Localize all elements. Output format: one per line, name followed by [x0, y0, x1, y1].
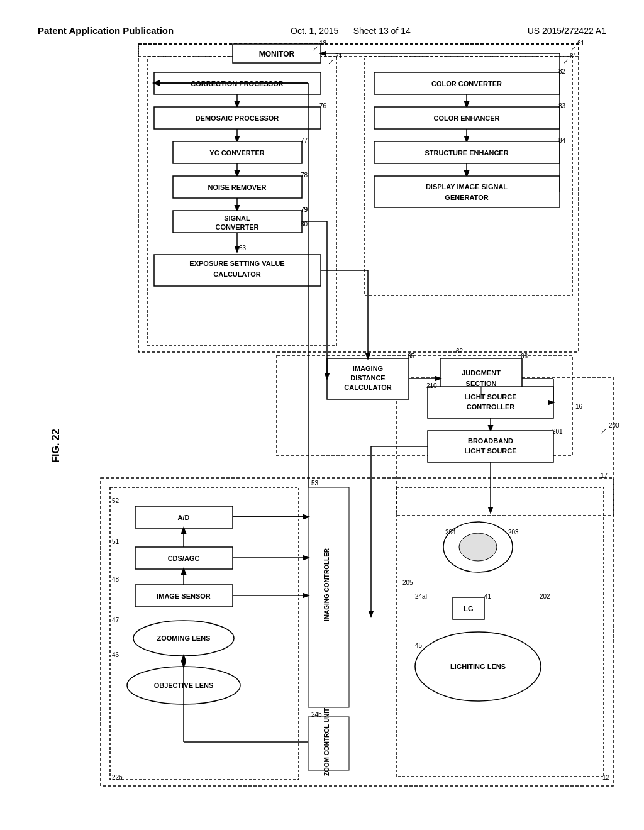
svg-text:IMAGE  SENSOR: IMAGE SENSOR: [157, 592, 211, 600]
svg-text:202: 202: [540, 593, 550, 600]
svg-rect-79: [428, 387, 553, 418]
svg-text:205: 205: [402, 579, 413, 586]
svg-text:CONVERTER: CONVERTER: [215, 223, 258, 231]
svg-text:24b: 24b: [311, 711, 322, 718]
svg-text:IMAGING CONTROLLER: IMAGING CONTROLLER: [323, 548, 330, 621]
svg-text:66: 66: [521, 353, 528, 360]
svg-point-117: [459, 533, 497, 561]
svg-text:79: 79: [301, 206, 308, 213]
svg-text:COLOR  CONVERTER: COLOR CONVERTER: [431, 80, 502, 87]
svg-text:CALCULATOR: CALCULATOR: [213, 270, 260, 278]
svg-text:80: 80: [301, 221, 308, 228]
svg-text:210: 210: [426, 382, 437, 389]
svg-text:CORRECTION  PROCESSOR: CORRECTION PROCESSOR: [191, 80, 283, 87]
svg-text:61: 61: [577, 40, 585, 47]
svg-text:200: 200: [609, 422, 619, 429]
svg-text:DISTANCE: DISTANCE: [350, 374, 385, 382]
svg-rect-0: [138, 44, 579, 57]
diagram-svg: MONITOR 18 61 71 81 CORRECTION PROCESSOR…: [38, 38, 623, 817]
svg-text:SIGNAL: SIGNAL: [224, 214, 250, 222]
svg-text:DISPLAY  IMAGE  SIGNAL: DISPLAY IMAGE SIGNAL: [426, 183, 508, 191]
svg-text:LIGHT  SOURCE: LIGHT SOURCE: [464, 393, 516, 401]
header-center: Oct. 1, 2015 Sheet 13 of 14: [291, 26, 411, 36]
page: Patent Application Publication Oct. 1, 2…: [0, 0, 644, 830]
svg-line-78: [601, 429, 606, 434]
svg-text:48: 48: [112, 576, 119, 583]
svg-text:DEMOSAIC  PROCESSOR: DEMOSAIC PROCESSOR: [196, 114, 279, 122]
svg-text:81: 81: [570, 53, 577, 60]
svg-text:SECTION: SECTION: [466, 380, 497, 387]
svg-text:LG: LG: [464, 605, 473, 612]
svg-text:203: 203: [508, 529, 519, 536]
svg-text:52: 52: [112, 497, 119, 504]
svg-text:18: 18: [319, 40, 327, 47]
svg-text:24al: 24al: [415, 593, 427, 600]
svg-text:COLOR  ENHANCER: COLOR ENHANCER: [433, 114, 499, 122]
svg-text:204: 204: [445, 529, 456, 536]
svg-text:STRUCTURE  ENHANCER: STRUCTURE ENHANCER: [425, 149, 508, 157]
svg-text:CONTROLLER: CONTROLLER: [467, 403, 514, 411]
svg-line-16: [571, 47, 575, 50]
svg-rect-57: [374, 176, 560, 208]
svg-text:NOISE  REMOVER: NOISE REMOVER: [208, 184, 267, 191]
header-date: Oct. 1, 2015: [291, 26, 338, 36]
svg-text:A/D: A/D: [178, 514, 190, 521]
svg-text:LIGHITING  LENS: LIGHITING LENS: [450, 663, 506, 670]
svg-text:EXPOSURE  SETTING  VALUE: EXPOSURE SETTING VALUE: [189, 260, 284, 267]
svg-line-18: [329, 60, 333, 64]
svg-text:CDS/AGC: CDS/AGC: [168, 555, 200, 562]
svg-text:78: 78: [301, 172, 308, 179]
svg-text:22b: 22b: [112, 774, 123, 781]
svg-text:ZOOM CONTROL UNIT: ZOOM CONTROL UNIT: [323, 708, 330, 776]
svg-text:47: 47: [112, 617, 119, 624]
svg-text:YC  CONVERTER: YC CONVERTER: [209, 149, 264, 157]
svg-text:ZOOMING  LENS: ZOOMING LENS: [157, 634, 211, 642]
svg-text:BROADBAND: BROADBAND: [468, 437, 513, 445]
svg-rect-86: [428, 431, 553, 462]
svg-text:62: 62: [456, 348, 464, 355]
svg-text:MONITOR: MONITOR: [259, 50, 295, 58]
header-left: Patent Application Publication: [38, 25, 174, 36]
svg-text:41: 41: [484, 593, 492, 600]
svg-text:77: 77: [301, 137, 308, 144]
svg-text:GENERATOR: GENERATOR: [445, 194, 488, 201]
svg-text:46: 46: [112, 651, 119, 658]
svg-text:17: 17: [601, 472, 608, 479]
svg-text:LIGHT  SOURCE: LIGHT SOURCE: [464, 447, 516, 455]
svg-text:76: 76: [319, 102, 327, 109]
svg-text:16: 16: [575, 403, 583, 410]
svg-line-20: [564, 60, 568, 64]
header-sheet: Sheet 13 of 14: [353, 26, 411, 36]
svg-text:JUDGMENT: JUDGMENT: [462, 369, 501, 377]
svg-text:12: 12: [602, 774, 610, 781]
svg-text:45: 45: [415, 642, 423, 649]
svg-text:IMAGING: IMAGING: [353, 365, 383, 372]
svg-text:65: 65: [408, 353, 415, 360]
svg-text:51: 51: [112, 538, 119, 545]
svg-text:63: 63: [239, 245, 247, 252]
svg-text:CALCULATOR: CALCULATOR: [344, 384, 391, 391]
svg-text:53: 53: [311, 480, 319, 487]
header: Patent Application Publication Oct. 1, 2…: [38, 25, 606, 36]
header-right: US 2015/272422 A1: [528, 26, 606, 36]
